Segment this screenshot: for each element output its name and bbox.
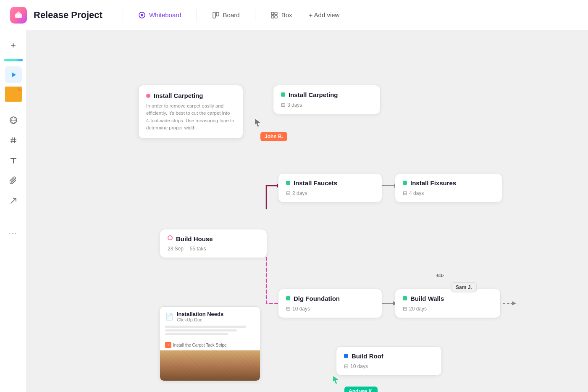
text-icon-btn[interactable] (5, 152, 22, 169)
status-dot-empty (168, 235, 173, 240)
svg-marker-28 (512, 301, 516, 305)
app-logo (10, 7, 27, 24)
svg-rect-8 (271, 16, 274, 18)
doc-line-1 (165, 326, 246, 328)
globe-icon-btn[interactable] (5, 112, 22, 129)
transform-icon-btn[interactable] (5, 192, 22, 209)
status-square-green (281, 92, 285, 97)
whiteboard-icon (138, 11, 146, 19)
card-meta: ⊟ 10 days (286, 305, 374, 312)
header-divider-3 (255, 9, 255, 21)
card-meta: 23 Sep 55 taks (168, 246, 259, 252)
build-roof-card[interactable]: Build Roof ⊟ 10 days (336, 346, 442, 376)
svg-line-14 (12, 137, 12, 143)
card-meta: ⊟ 3 days (281, 102, 373, 108)
popup-title: Install Carpeting (146, 92, 235, 99)
svg-marker-1 (16, 11, 21, 14)
doc-icon: 📄 (165, 313, 173, 321)
sam-badge-container: Sam J. (451, 282, 477, 292)
more-icon-btn[interactable]: ··· (5, 224, 22, 241)
svg-line-20 (11, 198, 16, 203)
doc-title: Installation Needs (177, 311, 223, 317)
status-dot-pink (146, 94, 150, 98)
popup-body: In order to remove carpet easily and eff… (146, 103, 235, 132)
pan-tool[interactable] (5, 66, 22, 83)
status-square-green (403, 296, 407, 300)
svg-rect-7 (275, 12, 277, 15)
install-carpeting-card[interactable]: Install Carpeting ⊟ 3 days (273, 85, 381, 114)
svg-marker-10 (12, 72, 16, 77)
doc-lines (160, 326, 260, 340)
main-area: + (0, 30, 588, 392)
status-square-green (286, 296, 290, 300)
doc-subtitle: ClickUp Doc (177, 317, 223, 322)
cursor-arrow (254, 118, 262, 129)
card-meta: ⊟ 4 days (403, 190, 494, 196)
svg-rect-5 (216, 12, 219, 16)
card-header: Install Fixsures (403, 179, 494, 188)
card-header: Build House (168, 235, 259, 244)
svg-rect-9 (275, 16, 277, 18)
svg-rect-0 (15, 14, 22, 18)
board-icon (212, 11, 220, 19)
add-view-button[interactable]: + Add view (304, 9, 344, 21)
hashtag-icon-btn[interactable] (5, 132, 22, 149)
nav-board[interactable]: Board (207, 9, 245, 21)
card-meta: ⊟ 2 days (286, 190, 374, 196)
nav-box[interactable]: Box (265, 9, 297, 21)
andrew-badge: Andrew K. (344, 387, 378, 392)
toolbar: + (0, 30, 27, 392)
status-square-blue (344, 354, 348, 358)
card-header: Dig Foundation (286, 295, 374, 304)
header-divider (123, 9, 123, 21)
build-walls-card[interactable]: Build Walls ⊟ 20 days (395, 289, 501, 318)
cursor-arrow-2 (332, 375, 340, 387)
svg-point-3 (141, 14, 143, 16)
nav-whiteboard[interactable]: Whiteboard (133, 9, 186, 21)
card-meta: ⊟ 20 days (403, 305, 493, 312)
status-square-green (286, 181, 290, 185)
doc-img-label-row: 1 Install the Carpet Tack Stripe (160, 340, 260, 350)
doc-card-header: 📄 Installation Needs ClickUp Doc (160, 307, 260, 326)
svg-rect-6 (271, 12, 274, 15)
note-button[interactable] (5, 87, 22, 102)
card-header: Build Roof (344, 353, 434, 361)
sam-badge: Sam J. (451, 282, 477, 292)
card-meta: ⊟ 10 days (344, 363, 434, 369)
doc-card[interactable]: 📄 Installation Needs ClickUp Doc 1 Insta… (160, 306, 260, 381)
install-fixsures-card[interactable]: Install Fixsures ⊟ 4 days (395, 173, 502, 203)
status-square-green (403, 181, 407, 185)
svg-rect-4 (213, 12, 215, 18)
card-header: Install Carpeting (281, 91, 373, 100)
color-bar (4, 59, 23, 61)
doc-line-3 (165, 333, 228, 335)
pencil-cursor: ✏ (436, 271, 444, 282)
attachment-icon-btn[interactable] (5, 172, 22, 189)
canvas[interactable]: Install Carpeting In order to remove car… (27, 30, 588, 392)
install-carpeting-popup: Install Carpeting In order to remove car… (138, 85, 243, 139)
doc-line-2 (165, 329, 237, 331)
card-header: Build Walls (403, 295, 493, 304)
build-house-card[interactable]: Build House 23 Sep 55 taks (160, 229, 267, 258)
doc-card-image (160, 350, 260, 381)
card-header: Install Faucets (286, 179, 374, 188)
box-icon (270, 11, 278, 19)
project-title: Release Project (34, 10, 102, 21)
john-badge: John B. (260, 132, 287, 141)
add-button[interactable]: + (5, 37, 22, 54)
svg-line-15 (14, 137, 15, 143)
install-faucets-card[interactable]: Install Faucets ⊟ 2 days (278, 173, 382, 203)
header-divider-2 (197, 9, 197, 21)
header: Release Project Whiteboard Board Box + A… (0, 0, 588, 30)
dig-foundation-card[interactable]: Dig Foundation ⊟ 10 days (278, 289, 382, 318)
